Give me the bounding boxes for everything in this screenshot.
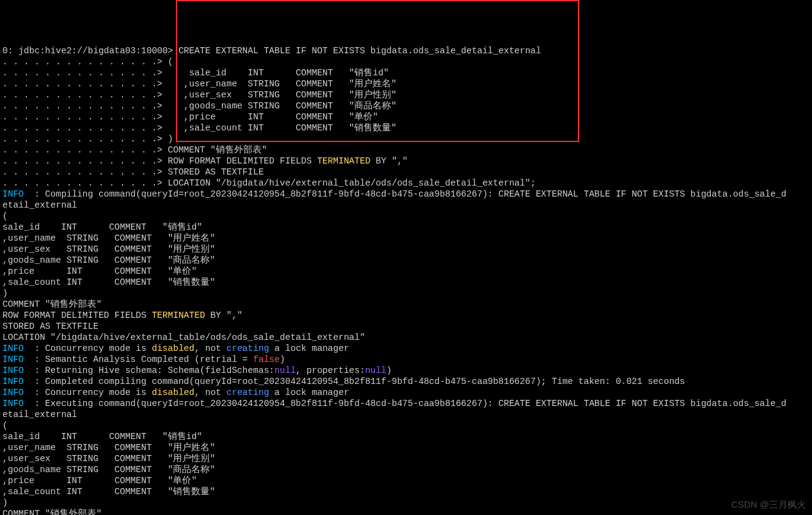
continuation-line: . . . . . . . . . . . . . . .> ) [2,134,173,144]
echo-line: ,goods_name STRING COMMENT "商品名称" [2,255,215,265]
echo-line: ) [2,498,8,508]
echo-line: COMMENT "销售外部表" [2,509,102,515]
log-line-wrap: etail_external [2,410,77,419]
continuation-line: . . . . . . . . . . . . . . .> ROW FORMA… [2,156,408,166]
continuation-line: . . . . . . . . . . . . . . .> ,user_sex… [2,90,397,100]
echo-line: ( [2,421,8,430]
log-line: INFO : Compiling command(queryId=root_20… [2,189,786,199]
log-line: INFO : Concurrency mode is disabled, not… [2,388,349,397]
continuation-line: . . . . . . . . . . . . . . .> ,goods_na… [2,101,397,111]
echo-line: STORED AS TEXTFILE [2,321,99,331]
continuation-line: . . . . . . . . . . . . . . .> sale_id I… [2,68,389,78]
continuation-line: . . . . . . . . . . . . . . .> ,user_nam… [2,79,397,89]
echo-line: ,goods_name STRING COMMENT "商品名称" [2,465,215,475]
log-line: INFO : Semantic Analysis Completed (retr… [2,355,285,364]
watermark-text: CSDN @三月枫火 [731,499,806,510]
log-line: INFO : Returning Hive schema: Schema(fie… [2,366,392,375]
log-line: INFO : Completed compiling command(query… [2,377,685,386]
echo-line: ,user_name STRING COMMENT "用户姓名" [2,443,215,453]
log-line: INFO : Concurrency mode is disabled, not… [2,344,349,353]
continuation-line: . . . . . . . . . . . . . . .> STORED AS… [2,167,264,177]
echo-line: ,sale_count INT COMMENT "销售数量" [2,487,215,497]
continuation-line: . . . . . . . . . . . . . . .> LOCATION … [2,178,536,188]
echo-line: LOCATION "/bigdata/hive/external_table/o… [2,333,365,342]
prompt-line: 0: jdbc:hive2://bigdata03:10000> CREATE … [2,46,541,56]
echo-line: sale_id INT COMMENT "销售id" [2,222,202,232]
echo-line: ) [2,288,8,298]
echo-line: ROW FORMAT DELIMITED FIELDS TERMINATED B… [2,310,243,320]
echo-line: ,user_sex STRING COMMENT "用户性别" [2,244,215,254]
echo-line: sale_id INT COMMENT "销售id" [2,432,202,442]
continuation-line: . . . . . . . . . . . . . . .> ,sale_cou… [2,123,397,133]
echo-line: ,price INT COMMENT "单价" [2,266,197,276]
echo-line: ,sale_count INT COMMENT "销售数量" [2,277,215,287]
continuation-line: . . . . . . . . . . . . . . .> COMMENT "… [2,145,267,155]
continuation-line: . . . . . . . . . . . . . . .> ,price IN… [2,112,378,122]
continuation-line: . . . . . . . . . . . . . . .> ( [2,57,173,67]
echo-line: ( [2,211,8,221]
terminal-output: 0: jdbc:hive2://bigdata03:10000> CREATE … [2,45,810,515]
log-line: INFO : Executing command(queryId=root_20… [2,399,786,408]
echo-line: ,user_sex STRING COMMENT "用户性别" [2,454,215,464]
echo-line: COMMENT "销售外部表" [2,299,102,309]
echo-line: ,user_name STRING COMMENT "用户姓名" [2,233,215,243]
echo-line: ,price INT COMMENT "单价" [2,476,197,486]
log-line-wrap: etail_external [2,200,77,210]
